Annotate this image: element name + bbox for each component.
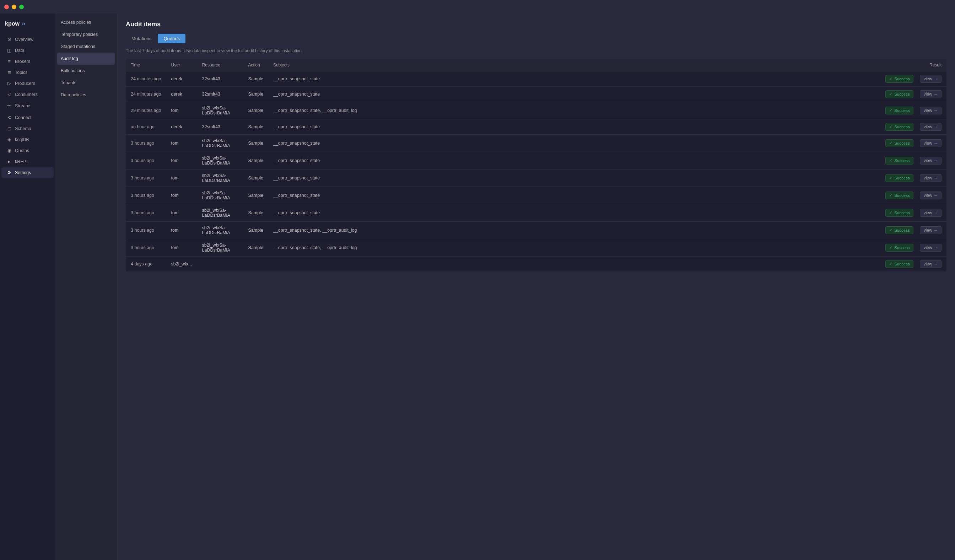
cell-resource-10: sb2i_wfxSa-LaDDsrBaMiA xyxy=(197,239,243,257)
cell-user-9: tom xyxy=(166,222,197,239)
table-row: 4 days ago sb2i_wfx... Success view → xyxy=(126,257,947,272)
tab-mutations[interactable]: Mutations xyxy=(126,34,157,43)
table-row: 3 hours ago tom sb2i_wfxSa-LaDDsrBaMiA S… xyxy=(126,152,947,169)
cell-resource-2: sb2i_wfxSa-LaDDsrBaMiA xyxy=(197,102,243,119)
schema-icon: ◻ xyxy=(6,126,12,131)
cell-resource-1: 32smft43 xyxy=(197,87,243,102)
sidebar-item-consumers[interactable]: ◁ Consumers xyxy=(2,89,54,100)
cell-resource-0: 32smft43 xyxy=(197,72,243,87)
view-button-1[interactable]: view → xyxy=(920,90,941,98)
krepl-icon: ▸ xyxy=(6,159,12,164)
streams-icon: 〜 xyxy=(6,103,12,109)
cell-time-2: 29 minutes ago xyxy=(126,102,166,119)
overview-icon: ⊙ xyxy=(6,37,12,42)
table-row: 24 minutes ago derek 32smft43 Sample __o… xyxy=(126,87,947,102)
maximize-button[interactable] xyxy=(19,5,24,9)
col-header-user: User xyxy=(166,59,197,72)
view-button-11[interactable]: view → xyxy=(920,260,941,268)
cell-resource-11 xyxy=(197,257,243,272)
table-row: 29 minutes ago tom sb2i_wfxSa-LaDDsrBaMi… xyxy=(126,102,947,119)
settings-icon: ⚙ xyxy=(6,170,12,175)
view-button-9[interactable]: view → xyxy=(920,226,941,234)
sidebar-item-schema[interactable]: ◻ Schema xyxy=(2,123,54,134)
result-badge-6: Success xyxy=(885,174,913,182)
view-button-5[interactable]: view → xyxy=(920,157,941,164)
sidebar-label-data: Data xyxy=(15,48,24,53)
sub-sidebar-access-policies[interactable]: Access policies xyxy=(55,16,117,28)
cell-resource-7: sb2i_wfxSa-LaDDsrBaMiA xyxy=(197,187,243,204)
view-button-4[interactable]: view → xyxy=(920,139,941,147)
sidebar-item-topics[interactable]: ≣ Topics xyxy=(2,67,54,77)
cell-action-9: Sample xyxy=(243,222,268,239)
sidebar-item-connect[interactable]: ⟲ Connect xyxy=(2,112,54,123)
sidebar-label-brokers: Brokers xyxy=(15,59,30,64)
sidebar-label-connect: Connect xyxy=(15,115,31,120)
cell-action-0: Sample xyxy=(243,72,268,87)
sub-sidebar-bulk-actions[interactable]: Bulk actions xyxy=(55,65,117,77)
result-badge-11: Success xyxy=(885,260,913,268)
sub-sidebar-tenants[interactable]: Tenants xyxy=(55,77,117,89)
view-button-3[interactable]: view → xyxy=(920,123,941,131)
cell-result-11: Success view → xyxy=(880,257,947,272)
cell-action-8: Sample xyxy=(243,204,268,222)
sidebar-label-krepl: kREPL xyxy=(15,159,29,164)
cell-result-5: Success view → xyxy=(880,152,947,169)
result-badge-9: Success xyxy=(885,226,913,234)
cell-time-11: 4 days ago xyxy=(126,257,166,272)
sub-sidebar-temporary-policies[interactable]: Temporary policies xyxy=(55,28,117,41)
table-header-row: Time User Resource Action Subjects Resul… xyxy=(126,59,947,72)
view-button-2[interactable]: view → xyxy=(920,106,941,114)
page-subtitle: The last 7 days of audit items. Use data… xyxy=(126,48,947,53)
sidebar-item-settings[interactable]: ⚙ Settings xyxy=(2,167,54,178)
sub-sidebar: Access policies Temporary policies Stage… xyxy=(55,14,117,560)
view-button-0[interactable]: view → xyxy=(920,75,941,83)
sidebar-label-consumers: Consumers xyxy=(15,92,38,97)
sidebar-item-data[interactable]: ◫ Data xyxy=(2,45,54,55)
result-badge-1: Success xyxy=(885,90,913,98)
sidebar-item-producers[interactable]: ▷ Producers xyxy=(2,78,54,89)
cell-action-5: Sample xyxy=(243,152,268,169)
sidebar-item-brokers[interactable]: ≡ Brokers xyxy=(2,56,54,66)
sub-sidebar-audit-log[interactable]: Audit log xyxy=(57,53,115,65)
cell-action-3: Sample xyxy=(243,119,268,135)
ksqldb-icon: ◈ xyxy=(6,137,12,142)
cell-time-8: 3 hours ago xyxy=(126,204,166,222)
minimize-button[interactable] xyxy=(12,5,16,9)
sidebar-item-overview[interactable]: ⊙ Overview xyxy=(2,34,54,44)
sidebar-label-quotas: Quotas xyxy=(15,148,29,153)
cell-subjects-9: __oprtr_snapshot_state, __oprtr_audit_lo… xyxy=(268,222,880,239)
table-row: 3 hours ago tom sb2i_wfxSa-LaDDsrBaMiA S… xyxy=(126,204,947,222)
tab-queries[interactable]: Queries xyxy=(158,34,185,43)
cell-user-1: derek xyxy=(166,87,197,102)
sidebar-item-ksqldb[interactable]: ◈ ksqlDB xyxy=(2,134,54,145)
cell-user-3: derek xyxy=(166,119,197,135)
result-badge-4: Success xyxy=(885,139,913,147)
cell-user-6: tom xyxy=(166,169,197,187)
cell-result-6: Success view → xyxy=(880,169,947,187)
producers-icon: ▷ xyxy=(6,81,12,86)
audit-table: Time User Resource Action Subjects Resul… xyxy=(126,59,947,272)
view-button-10[interactable]: view → xyxy=(920,244,941,252)
sidebar-item-krepl[interactable]: ▸ kREPL xyxy=(2,156,54,167)
logo: kpow » xyxy=(0,16,55,34)
sidebar-label-ksqldb: ksqlDB xyxy=(15,137,29,142)
cell-action-4: Sample xyxy=(243,135,268,152)
view-button-8[interactable]: view → xyxy=(920,209,941,217)
sub-sidebar-staged-mutations[interactable]: Staged mutations xyxy=(55,41,117,53)
view-button-7[interactable]: view → xyxy=(920,191,941,199)
view-button-6[interactable]: view → xyxy=(920,174,941,182)
table-row: 24 minutes ago derek 32smft43 Sample __o… xyxy=(126,72,947,87)
sidebar-label-topics: Topics xyxy=(15,70,27,75)
sub-sidebar-data-policies[interactable]: Data policies xyxy=(55,89,117,101)
logo-icon: » xyxy=(22,20,25,27)
connect-icon: ⟲ xyxy=(6,115,12,120)
tab-bar: Mutations Queries xyxy=(126,34,947,43)
sidebar-item-quotas[interactable]: ◉ Quotas xyxy=(2,145,54,156)
cell-user-11: sb2i_wfx... xyxy=(166,257,197,272)
sidebar-item-streams[interactable]: 〜 Streams xyxy=(2,100,54,111)
cell-resource-5: sb2i_wfxSa-LaDDsrBaMiA xyxy=(197,152,243,169)
cell-action-7: Sample xyxy=(243,187,268,204)
cell-result-1: Success view → xyxy=(880,87,947,102)
close-button[interactable] xyxy=(4,5,9,9)
page-title: Audit items xyxy=(126,20,947,28)
